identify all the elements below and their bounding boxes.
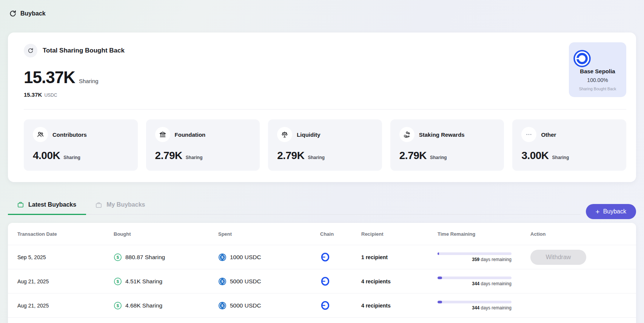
stat-label: Staking Rewards bbox=[419, 131, 465, 138]
col-spent: Spent bbox=[218, 231, 320, 237]
progress-track bbox=[438, 252, 512, 255]
dollar-circle-icon: $ bbox=[114, 277, 122, 286]
progress-track bbox=[438, 277, 512, 279]
cell-recipient: 4 recipients bbox=[361, 278, 438, 284]
base-chain-icon bbox=[320, 300, 330, 311]
stat-card-foundation: Foundation 2.79K Sharing bbox=[146, 119, 260, 171]
col-time-remaining: Time Remaining bbox=[438, 231, 530, 237]
scales-icon bbox=[277, 127, 292, 142]
dollar-circle-icon: $ bbox=[114, 301, 122, 310]
base-sepolia-logo-icon bbox=[573, 49, 622, 68]
page-header: Buyback bbox=[0, 0, 644, 17]
stat-value: 2.79K bbox=[399, 150, 427, 162]
progress-fill bbox=[438, 277, 442, 279]
dollar-circle-icon: $ bbox=[114, 253, 122, 261]
breakdown-row: Contributors 4.00K Sharing Foundation 2.… bbox=[24, 119, 626, 171]
cell-date: Aug 21, 2025 bbox=[17, 303, 114, 309]
stat-label: Contributors bbox=[52, 131, 87, 138]
buybacks-table: Transaction Date Bought Spent Chain Reci… bbox=[8, 223, 636, 323]
table-row: Sep 5, 2025 $ 880.87 Sharing $ 1000 USDC… bbox=[8, 245, 636, 269]
progress-fill bbox=[438, 301, 442, 303]
summary-title: Total Sharing Bought Back bbox=[43, 47, 125, 54]
svg-text:$: $ bbox=[221, 255, 223, 259]
table-row-partial bbox=[8, 317, 636, 323]
usdc-icon: $ bbox=[218, 277, 226, 286]
hand-coins-icon bbox=[399, 127, 414, 142]
stat-card-contributors: Contributors 4.00K Sharing bbox=[24, 119, 138, 171]
stat-card-staking-rewards: Staking Rewards 2.79K Sharing bbox=[390, 119, 504, 171]
total-sharing-value: 15.37K bbox=[24, 68, 75, 87]
progress-track bbox=[438, 301, 512, 303]
days-remaining-label: 344 days remaining bbox=[438, 305, 512, 311]
stat-unit: Sharing bbox=[430, 155, 447, 160]
col-action: Action bbox=[530, 231, 636, 237]
tab-label: Latest Buybacks bbox=[28, 201, 76, 208]
cell-spent: $ 5000 USDC bbox=[218, 277, 320, 286]
stat-value: 3.00K bbox=[521, 150, 548, 162]
summary-divider bbox=[24, 109, 626, 110]
tabs-bar: Latest Buybacks My Buybacks + Buyback bbox=[8, 197, 636, 215]
chain-percent: 100.00% bbox=[573, 77, 622, 83]
chain-summary-chip: Base Sepolia 100.00% Sharing Bought Back bbox=[569, 42, 626, 97]
col-chain: Chain bbox=[320, 231, 361, 237]
cell-chain bbox=[320, 300, 361, 311]
tab-label: My Buybacks bbox=[106, 201, 145, 208]
stat-card-liquidity: Liquidity 2.79K Sharing bbox=[268, 119, 382, 171]
plus-icon: + bbox=[596, 208, 600, 215]
page-title: Buyback bbox=[20, 10, 46, 17]
cell-bought: $ 4.68K Sharing bbox=[114, 301, 218, 310]
stat-unit: Sharing bbox=[552, 155, 569, 160]
svg-text:$: $ bbox=[117, 279, 119, 284]
total-usdc-unit: USDC bbox=[44, 93, 57, 98]
cell-chain bbox=[320, 252, 361, 262]
col-recipient: Recipient bbox=[361, 231, 438, 237]
svg-text:$: $ bbox=[117, 303, 119, 308]
cell-bought: $ 4.51K Sharing bbox=[114, 277, 218, 286]
days-remaining-label: 344 days remaining bbox=[438, 281, 512, 286]
time-remaining-cell: 344 days remaining bbox=[438, 277, 512, 286]
wallet-icon bbox=[95, 201, 102, 209]
days-remaining-label: 359 days remaining bbox=[438, 257, 512, 262]
svg-text:$: $ bbox=[221, 279, 223, 283]
usdc-icon: $ bbox=[218, 253, 226, 261]
refresh-icon bbox=[9, 10, 17, 17]
cell-date: Aug 21, 2025 bbox=[17, 278, 114, 284]
cell-recipient: 1 recipient bbox=[361, 254, 438, 260]
stat-value: 2.79K bbox=[277, 150, 304, 162]
ellipsis-icon bbox=[521, 127, 536, 142]
cell-spent: $ 1000 USDC bbox=[218, 253, 320, 261]
col-transaction-date: Transaction Date bbox=[17, 231, 114, 237]
total-buyback-card: Total Sharing Bought Back 15.37K Sharing… bbox=[8, 32, 636, 182]
tab-latest-buybacks[interactable]: Latest Buybacks bbox=[8, 197, 86, 215]
usdc-icon: $ bbox=[218, 301, 226, 310]
stat-card-other: Other 3.00K Sharing bbox=[512, 119, 626, 171]
withdraw-button[interactable]: Withdraw bbox=[530, 250, 586, 265]
stat-value: 4.00K bbox=[33, 150, 60, 162]
refresh-circle-icon bbox=[24, 44, 37, 57]
table-row: Aug 21, 2025 $ 4.51K Sharing $ 5000 USDC… bbox=[8, 269, 636, 293]
stat-label: Other bbox=[541, 131, 556, 138]
svg-text:$: $ bbox=[117, 255, 119, 260]
time-remaining-cell: 344 days remaining bbox=[438, 301, 512, 311]
people-icon bbox=[33, 127, 48, 142]
cell-bought: $ 880.87 Sharing bbox=[114, 253, 218, 261]
wallet-icon bbox=[17, 201, 24, 208]
progress-fill bbox=[438, 252, 439, 255]
chain-name: Base Sepolia bbox=[573, 68, 622, 74]
col-bought: Bought bbox=[114, 231, 218, 237]
base-chain-icon bbox=[320, 252, 330, 262]
cell-spent: $ 5000 USDC bbox=[218, 301, 320, 310]
base-chain-icon bbox=[320, 276, 330, 286]
stat-value: 2.79K bbox=[155, 150, 182, 162]
stat-label: Foundation bbox=[175, 131, 206, 138]
cell-chain bbox=[320, 276, 361, 286]
tabs-row: Latest Buybacks My Buybacks bbox=[8, 197, 581, 215]
cell-date: Sep 5, 2025 bbox=[17, 254, 114, 260]
time-remaining-cell: 359 days remaining bbox=[438, 252, 512, 262]
table-row: Aug 21, 2025 $ 4.68K Sharing $ 5000 USDC… bbox=[8, 293, 636, 317]
new-buyback-button[interactable]: + Buyback bbox=[586, 204, 636, 219]
bank-icon bbox=[155, 127, 170, 142]
total-usdc-value: 15.37K bbox=[24, 91, 42, 98]
total-sharing-unit: Sharing bbox=[79, 78, 99, 84]
tab-my-buybacks[interactable]: My Buybacks bbox=[86, 197, 155, 214]
